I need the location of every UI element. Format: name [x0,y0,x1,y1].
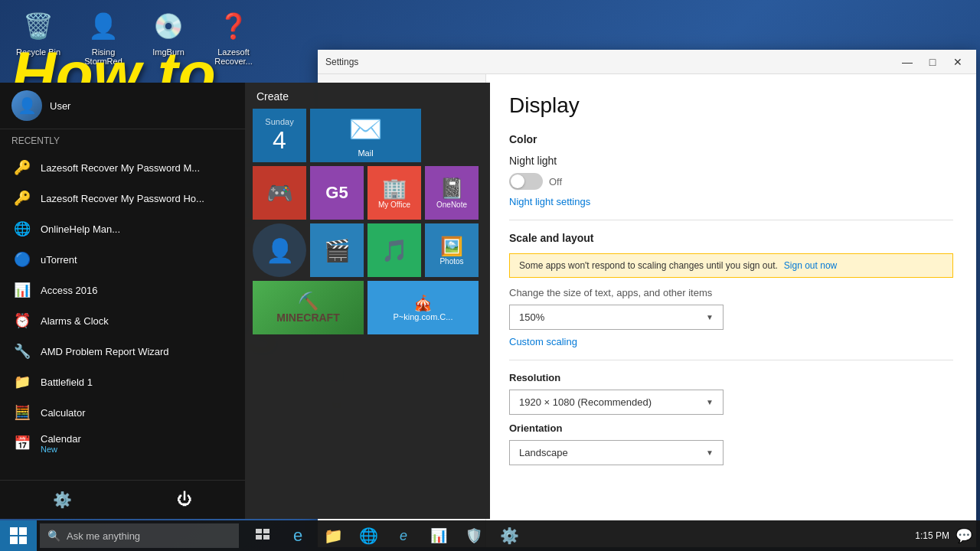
app-name-calculator: Calculator [41,407,234,419]
desktop-icon-lazesoft[interactable]: ❓ Lazesoft Recover... [207,8,260,66]
sign-out-link[interactable]: Sign out now [784,260,837,271]
taskbar-app-icons: e 📁 🌐 e 📊 🛡️ ⚙️ [242,520,907,551]
app-calendar[interactable]: 📅 Calendar New [0,428,245,458]
taskbar-ie[interactable]: e [387,520,420,551]
start-power-btn[interactable]: ⏻ [173,487,196,513]
tile-day-label: Sunday [265,117,293,126]
tile-pking-label: P~king.com.C... [394,312,453,321]
recycle-bin-label: Recycle Bin [16,47,60,57]
size-dropdown[interactable]: 150% ▼ [509,305,724,330]
taskbar-search-box[interactable]: 🔍 Ask me anything [40,523,239,548]
tile-calendar[interactable]: Sunday 4 [253,109,306,162]
tile-photos-label: Photos [439,257,463,266]
tile-minecraft[interactable]: ⛏️ MINECRAFT [253,281,364,334]
app-icon-utorrent: 🔵 [11,249,33,270]
orientation-label: Orientation [509,422,953,434]
divider-2 [509,360,953,360]
app-icon-lazesoft-m: 🔑 [11,157,33,178]
tile-movies[interactable]: 🎬 [310,223,364,277]
app-online-help[interactable]: 🌐 OnlineHelp Man... [0,214,245,244]
taskbar-chrome[interactable]: 🌐 [351,520,385,551]
window-controls: — □ ✕ [897,54,969,70]
size-description: Change the size of text, apps, and other… [509,287,953,298]
tiles-grid: Sunday 4 ✉️ Mail 🎮 G5 🏢 My Office 📓 OneN… [253,109,482,334]
imgburn-icon: 💿 [150,8,187,44]
settings-content: Display Color Night light Off Night ligh… [486,74,976,547]
app-icon-online-help: 🌐 [11,218,33,240]
app-list: 🔑 Lazesoft Recover My Password M... 🔑 La… [0,152,245,480]
desktop-icon-imgburn[interactable]: 💿 ImgBurn [142,8,195,66]
warning-text: Some apps won't respond to scaling chang… [519,260,778,271]
taskbar-powerpoint[interactable]: 📊 [422,520,456,551]
notification-center-button[interactable]: 💬 [956,527,972,544]
svg-rect-4 [10,527,18,535]
tiles-header-label: Create [253,90,482,103]
rising-storm-label: Rising StormRed [77,47,130,66]
photos-icon: 🖼️ [440,236,463,257]
custom-scaling-link[interactable]: Custom scaling [509,336,953,347]
taskbar-search-placeholder: Ask me anything [67,530,140,542]
app-icon-alarms: ⏰ [11,310,33,331]
app-amd[interactable]: 🔧 AMD Problem Report Wizard [0,336,245,367]
taskbar-task-view[interactable] [246,520,279,551]
app-name-lazesoft-m: Lazesoft Recover My Password M... [41,162,234,174]
tile-pking[interactable]: 🎪 P~king.com.C... [368,281,479,334]
orientation-value: Landscape [519,447,568,458]
tile-user-photo[interactable]: 👤 [253,223,306,277]
svg-rect-11 [263,535,270,540]
taskbar-settings[interactable]: ⚙️ [492,520,526,551]
onenote-icon: 📓 [439,177,464,201]
tile-g5[interactable]: G5 [310,166,364,220]
desktop-icon-recycle-bin[interactable]: 🗑️ Recycle Bin [11,8,65,66]
taskbar-clock: 1:15 PM [915,530,949,541]
start-user-area[interactable]: 👤 User [0,83,245,129]
night-light-toggle[interactable] [509,173,543,190]
start-button[interactable] [0,520,37,551]
username-label: User [50,100,70,112]
window-titlebar: Settings — □ ✕ [318,50,976,74]
app-lazesoft-h[interactable]: 🔑 Lazesoft Recover My Password Ho... [0,183,245,214]
app-icon-battlefield: 📁 [11,371,33,393]
maximize-button[interactable]: □ [922,54,943,70]
tile-onenote[interactable]: 📓 OneNote [425,166,479,220]
window-title-text: Settings [325,57,358,67]
app-access[interactable]: 📊 Access 2016 [0,275,245,305]
resolution-label: Resolution [509,372,953,383]
start-bottom-bar: ⚙️ ⏻ [0,480,245,519]
svg-rect-10 [256,535,262,540]
tile-office[interactable]: 🏢 My Office [368,166,421,220]
svg-rect-8 [256,529,262,533]
imgburn-label: ImgBurn [152,47,185,57]
taskbar-right-area: 1:15 PM 💬 [907,527,980,544]
app-icon-amd: 🔧 [11,341,33,362]
app-calculator[interactable]: 🧮 Calculator [0,397,245,428]
taskbar-explorer[interactable]: 📁 [316,520,350,551]
night-light-settings-link[interactable]: Night light settings [509,196,953,207]
taskbar-unknown1[interactable]: 🛡️ [457,520,491,551]
divider-1 [509,220,953,220]
app-lazesoft-m[interactable]: 🔑 Lazesoft Recover My Password M... [0,152,245,183]
minimize-button[interactable]: — [897,54,918,70]
orientation-dropdown[interactable]: Landscape ▼ [509,440,724,465]
recycle-bin-icon: 🗑️ [20,8,57,44]
tile-games[interactable]: 🎮 [253,166,306,220]
app-name-utorrent: uTorrent [41,254,234,266]
app-utorrent[interactable]: 🔵 uTorrent [0,244,245,275]
start-settings-btn[interactable]: ⚙️ [49,487,76,513]
taskbar-edge[interactable]: e [281,520,315,551]
app-battlefield[interactable]: 📁 Battlefield 1 [0,367,245,397]
night-light-label: Night light [509,155,557,167]
resolution-dropdown[interactable]: 1920 × 1080 (Recommended) ▼ [509,390,724,415]
app-alarms[interactable]: ⏰ Alarms & Clock [0,305,245,336]
user-avatar: 👤 [11,90,42,121]
start-menu-left: 👤 User Recently 🔑 Lazesoft Recover My Pa… [0,83,245,519]
close-button[interactable]: ✕ [947,54,969,70]
tile-mail[interactable]: ✉️ Mail [310,109,421,162]
tile-groove[interactable]: 🎵 [368,223,421,277]
orientation-dropdown-arrow: ▼ [706,448,714,457]
taskbar-search-icon: 🔍 [47,530,60,542]
pking-icon: 🎪 [413,294,433,312]
desktop-icon-rising-storm[interactable]: 👤 Rising StormRed [77,8,130,66]
office-icon: 🏢 [382,177,407,201]
tile-photos[interactable]: 🖼️ Photos [425,223,479,277]
